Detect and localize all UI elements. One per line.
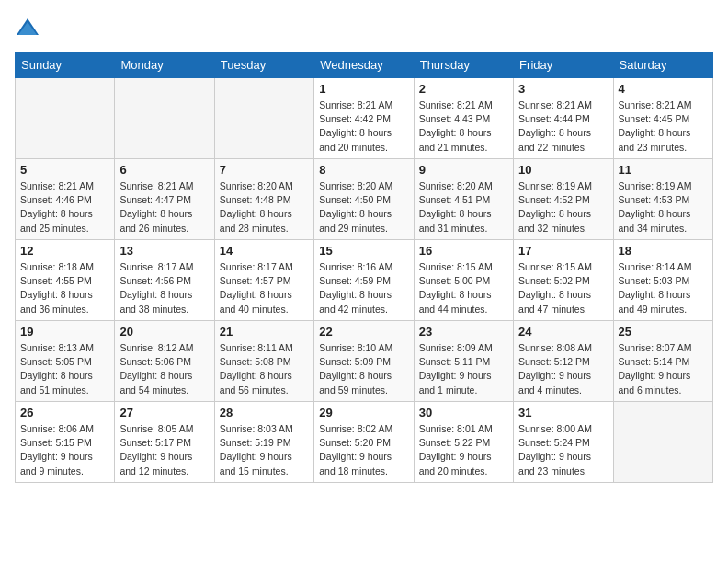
logo bbox=[15, 15, 44, 40]
calendar-cell: 18Sunrise: 8:14 AMSunset: 5:03 PMDayligh… bbox=[613, 240, 712, 321]
calendar-cell bbox=[214, 78, 313, 159]
day-info: Sunrise: 8:09 AMSunset: 5:11 PMDaylight:… bbox=[419, 341, 508, 397]
day-number: 7 bbox=[220, 163, 309, 177]
day-info: Sunrise: 8:20 AMSunset: 4:51 PMDaylight:… bbox=[419, 179, 508, 236]
day-number: 27 bbox=[119, 406, 209, 419]
calendar-cell: 9Sunrise: 8:20 AMSunset: 4:51 PMDaylight… bbox=[414, 159, 513, 240]
calendar-cell: 11Sunrise: 8:19 AMSunset: 4:53 PMDayligh… bbox=[613, 159, 712, 240]
day-number: 29 bbox=[319, 406, 408, 419]
calendar-cell: 21Sunrise: 8:11 AMSunset: 5:08 PMDayligh… bbox=[214, 321, 313, 402]
day-info: Sunrise: 8:21 AMSunset: 4:47 PMDaylight:… bbox=[119, 179, 209, 236]
calendar-cell: 16Sunrise: 8:15 AMSunset: 5:00 PMDayligh… bbox=[414, 240, 513, 321]
day-info: Sunrise: 8:17 AMSunset: 4:56 PMDaylight:… bbox=[119, 260, 209, 316]
day-number: 17 bbox=[518, 244, 608, 258]
calendar-cell: 26Sunrise: 8:06 AMSunset: 5:15 PMDayligh… bbox=[16, 402, 115, 483]
day-info: Sunrise: 8:12 AMSunset: 5:06 PMDaylight:… bbox=[119, 341, 209, 397]
day-info: Sunrise: 8:16 AMSunset: 4:59 PMDaylight:… bbox=[319, 260, 408, 316]
calendar-cell: 15Sunrise: 8:16 AMSunset: 4:59 PMDayligh… bbox=[314, 240, 414, 321]
day-number: 18 bbox=[619, 244, 708, 258]
day-info: Sunrise: 8:00 AMSunset: 5:24 PMDaylight:… bbox=[518, 422, 608, 478]
calendar-cell: 8Sunrise: 8:20 AMSunset: 4:50 PMDaylight… bbox=[314, 159, 414, 240]
day-info: Sunrise: 8:21 AMSunset: 4:46 PMDaylight:… bbox=[20, 179, 109, 236]
day-number: 1 bbox=[319, 82, 408, 96]
calendar-cell: 3Sunrise: 8:21 AMSunset: 4:44 PMDaylight… bbox=[514, 78, 613, 159]
calendar-cell bbox=[613, 402, 712, 483]
day-info: Sunrise: 8:03 AMSunset: 5:19 PMDaylight:… bbox=[220, 422, 309, 478]
calendar-cell: 30Sunrise: 8:01 AMSunset: 5:22 PMDayligh… bbox=[414, 402, 513, 483]
page-header bbox=[15, 15, 713, 40]
calendar-cell: 4Sunrise: 8:21 AMSunset: 4:45 PMDaylight… bbox=[613, 78, 712, 159]
week-row-5: 26Sunrise: 8:06 AMSunset: 5:15 PMDayligh… bbox=[16, 402, 713, 483]
day-number: 31 bbox=[518, 406, 608, 419]
day-info: Sunrise: 8:06 AMSunset: 5:15 PMDaylight:… bbox=[20, 422, 109, 478]
day-number: 4 bbox=[619, 82, 708, 96]
day-number: 10 bbox=[518, 163, 608, 177]
day-info: Sunrise: 8:20 AMSunset: 4:48 PMDaylight:… bbox=[220, 179, 309, 236]
day-info: Sunrise: 8:19 AMSunset: 4:53 PMDaylight:… bbox=[619, 179, 708, 236]
day-info: Sunrise: 8:11 AMSunset: 5:08 PMDaylight:… bbox=[220, 341, 309, 397]
day-info: Sunrise: 8:21 AMSunset: 4:44 PMDaylight:… bbox=[518, 98, 608, 155]
day-number: 26 bbox=[20, 406, 109, 419]
day-number: 8 bbox=[319, 163, 408, 177]
calendar-cell: 5Sunrise: 8:21 AMSunset: 4:46 PMDaylight… bbox=[16, 159, 115, 240]
day-number: 2 bbox=[419, 82, 508, 96]
week-row-2: 5Sunrise: 8:21 AMSunset: 4:46 PMDaylight… bbox=[16, 159, 713, 240]
weekday-header-tuesday: Tuesday bbox=[214, 52, 313, 78]
calendar-cell: 12Sunrise: 8:18 AMSunset: 4:55 PMDayligh… bbox=[16, 240, 115, 321]
calendar-cell: 20Sunrise: 8:12 AMSunset: 5:06 PMDayligh… bbox=[115, 321, 214, 402]
weekday-header-monday: Monday bbox=[115, 52, 214, 78]
week-row-3: 12Sunrise: 8:18 AMSunset: 4:55 PMDayligh… bbox=[16, 240, 713, 321]
day-info: Sunrise: 8:19 AMSunset: 4:52 PMDaylight:… bbox=[518, 179, 608, 236]
weekday-header-sunday: Sunday bbox=[16, 52, 115, 78]
day-info: Sunrise: 8:20 AMSunset: 4:50 PMDaylight:… bbox=[319, 179, 408, 236]
day-info: Sunrise: 8:07 AMSunset: 5:14 PMDaylight:… bbox=[619, 341, 708, 397]
weekday-header-row: SundayMondayTuesdayWednesdayThursdayFrid… bbox=[16, 52, 713, 78]
calendar-cell: 28Sunrise: 8:03 AMSunset: 5:19 PMDayligh… bbox=[214, 402, 313, 483]
day-number: 9 bbox=[419, 163, 508, 177]
calendar-cell: 22Sunrise: 8:10 AMSunset: 5:09 PMDayligh… bbox=[314, 321, 414, 402]
calendar-cell: 1Sunrise: 8:21 AMSunset: 4:42 PMDaylight… bbox=[314, 78, 414, 159]
week-row-4: 19Sunrise: 8:13 AMSunset: 5:05 PMDayligh… bbox=[16, 321, 713, 402]
day-info: Sunrise: 8:18 AMSunset: 4:55 PMDaylight:… bbox=[20, 260, 109, 316]
day-number: 21 bbox=[220, 325, 309, 339]
day-number: 23 bbox=[419, 325, 508, 339]
weekday-header-friday: Friday bbox=[514, 52, 613, 78]
calendar-header: SundayMondayTuesdayWednesdayThursdayFrid… bbox=[16, 52, 713, 78]
calendar-cell: 31Sunrise: 8:00 AMSunset: 5:24 PMDayligh… bbox=[514, 402, 613, 483]
week-row-1: 1Sunrise: 8:21 AMSunset: 4:42 PMDaylight… bbox=[16, 78, 713, 159]
calendar-cell: 29Sunrise: 8:02 AMSunset: 5:20 PMDayligh… bbox=[314, 402, 414, 483]
day-number: 24 bbox=[518, 325, 608, 339]
day-number: 25 bbox=[619, 325, 708, 339]
day-info: Sunrise: 8:21 AMSunset: 4:42 PMDaylight:… bbox=[319, 98, 408, 155]
calendar-cell: 6Sunrise: 8:21 AMSunset: 4:47 PMDaylight… bbox=[115, 159, 214, 240]
weekday-header-saturday: Saturday bbox=[613, 52, 712, 78]
day-info: Sunrise: 8:21 AMSunset: 4:45 PMDaylight:… bbox=[619, 98, 708, 155]
calendar-table: SundayMondayTuesdayWednesdayThursdayFrid… bbox=[15, 52, 713, 483]
day-info: Sunrise: 8:21 AMSunset: 4:43 PMDaylight:… bbox=[419, 98, 508, 155]
day-number: 16 bbox=[419, 244, 508, 258]
calendar-cell: 7Sunrise: 8:20 AMSunset: 4:48 PMDaylight… bbox=[214, 159, 313, 240]
calendar-cell: 2Sunrise: 8:21 AMSunset: 4:43 PMDaylight… bbox=[414, 78, 513, 159]
calendar-cell: 23Sunrise: 8:09 AMSunset: 5:11 PMDayligh… bbox=[414, 321, 513, 402]
day-info: Sunrise: 8:05 AMSunset: 5:17 PMDaylight:… bbox=[119, 422, 209, 478]
day-info: Sunrise: 8:13 AMSunset: 5:05 PMDaylight:… bbox=[20, 341, 109, 397]
day-number: 20 bbox=[119, 325, 209, 339]
day-info: Sunrise: 8:15 AMSunset: 5:02 PMDaylight:… bbox=[518, 260, 608, 316]
calendar-cell: 10Sunrise: 8:19 AMSunset: 4:52 PMDayligh… bbox=[514, 159, 613, 240]
day-info: Sunrise: 8:10 AMSunset: 5:09 PMDaylight:… bbox=[319, 341, 408, 397]
day-number: 3 bbox=[518, 82, 608, 96]
calendar-cell: 13Sunrise: 8:17 AMSunset: 4:56 PMDayligh… bbox=[115, 240, 214, 321]
day-number: 11 bbox=[619, 163, 708, 177]
weekday-header-wednesday: Wednesday bbox=[314, 52, 414, 78]
day-number: 30 bbox=[419, 406, 508, 419]
day-number: 22 bbox=[319, 325, 408, 339]
day-info: Sunrise: 8:17 AMSunset: 4:57 PMDaylight:… bbox=[220, 260, 309, 316]
calendar-cell: 14Sunrise: 8:17 AMSunset: 4:57 PMDayligh… bbox=[214, 240, 313, 321]
calendar-body: 1Sunrise: 8:21 AMSunset: 4:42 PMDaylight… bbox=[16, 78, 713, 483]
day-number: 14 bbox=[220, 244, 309, 258]
day-info: Sunrise: 8:15 AMSunset: 5:00 PMDaylight:… bbox=[419, 260, 508, 316]
day-info: Sunrise: 8:02 AMSunset: 5:20 PMDaylight:… bbox=[319, 422, 408, 478]
day-number: 12 bbox=[20, 244, 109, 258]
calendar-cell bbox=[115, 78, 214, 159]
calendar-cell: 27Sunrise: 8:05 AMSunset: 5:17 PMDayligh… bbox=[115, 402, 214, 483]
